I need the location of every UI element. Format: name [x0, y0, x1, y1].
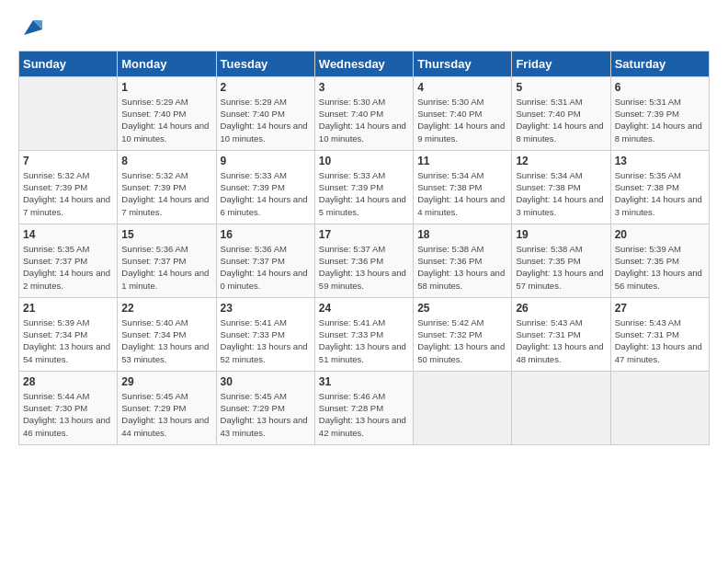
day-cell: 15Sunrise: 5:36 AM Sunset: 7:37 PM Dayli…: [118, 224, 216, 297]
day-cell: 1Sunrise: 5:29 AM Sunset: 7:40 PM Daylig…: [118, 76, 216, 150]
day-number: 19: [516, 228, 606, 241]
day-info: Sunrise: 5:38 AM Sunset: 7:35 PM Dayligh…: [516, 243, 606, 292]
day-number: 18: [417, 228, 507, 241]
day-number: 16: [221, 228, 311, 241]
logo-icon: [20, 18, 42, 37]
day-number: 23: [221, 302, 311, 315]
day-info: Sunrise: 5:42 AM Sunset: 7:32 PM Dayligh…: [417, 316, 507, 365]
day-info: Sunrise: 5:37 AM Sunset: 7:36 PM Dayligh…: [319, 243, 409, 292]
day-number: 1: [121, 81, 211, 94]
day-number: 29: [121, 375, 211, 388]
day-info: Sunrise: 5:45 AM Sunset: 7:29 PM Dayligh…: [221, 390, 311, 439]
day-number: 26: [516, 302, 606, 315]
day-cell: 25Sunrise: 5:42 AM Sunset: 7:32 PM Dayli…: [414, 297, 512, 371]
day-cell: [512, 371, 610, 444]
day-info: Sunrise: 5:43 AM Sunset: 7:31 PM Dayligh…: [615, 316, 705, 365]
day-cell: 22Sunrise: 5:40 AM Sunset: 7:34 PM Dayli…: [118, 297, 216, 371]
day-info: Sunrise: 5:33 AM Sunset: 7:39 PM Dayligh…: [319, 169, 409, 218]
day-number: 27: [615, 302, 705, 315]
day-cell: 10Sunrise: 5:33 AM Sunset: 7:39 PM Dayli…: [314, 150, 413, 224]
calendar-header: SundayMondayTuesdayWednesdayThursdayFrid…: [19, 51, 710, 76]
day-number: 25: [417, 302, 507, 315]
day-cell: 9Sunrise: 5:33 AM Sunset: 7:39 PM Daylig…: [216, 150, 314, 224]
header-cell-friday: Friday: [512, 51, 610, 76]
day-cell: 21Sunrise: 5:39 AM Sunset: 7:34 PM Dayli…: [19, 297, 118, 371]
day-cell: 20Sunrise: 5:39 AM Sunset: 7:35 PM Dayli…: [610, 224, 709, 297]
day-cell: 23Sunrise: 5:41 AM Sunset: 7:33 PM Dayli…: [216, 297, 314, 371]
header-cell-saturday: Saturday: [610, 51, 709, 76]
day-number: 12: [516, 155, 606, 167]
day-info: Sunrise: 5:38 AM Sunset: 7:36 PM Dayligh…: [417, 243, 507, 292]
calendar-table: SundayMondayTuesdayWednesdayThursdayFrid…: [18, 51, 710, 445]
day-info: Sunrise: 5:45 AM Sunset: 7:29 PM Dayligh…: [121, 390, 211, 439]
day-cell: 26Sunrise: 5:43 AM Sunset: 7:31 PM Dayli…: [512, 297, 610, 371]
calendar-body: 1Sunrise: 5:29 AM Sunset: 7:40 PM Daylig…: [19, 76, 710, 444]
day-cell: 17Sunrise: 5:37 AM Sunset: 7:36 PM Dayli…: [314, 224, 413, 297]
day-cell: 16Sunrise: 5:36 AM Sunset: 7:37 PM Dayli…: [216, 224, 314, 297]
day-cell: 28Sunrise: 5:44 AM Sunset: 7:30 PM Dayli…: [19, 371, 118, 444]
day-cell: 27Sunrise: 5:43 AM Sunset: 7:31 PM Dayli…: [610, 297, 709, 371]
week-row-1: 1Sunrise: 5:29 AM Sunset: 7:40 PM Daylig…: [19, 76, 710, 150]
day-cell: 7Sunrise: 5:32 AM Sunset: 7:39 PM Daylig…: [19, 150, 118, 224]
day-number: 28: [23, 375, 113, 388]
day-cell: 4Sunrise: 5:30 AM Sunset: 7:40 PM Daylig…: [414, 76, 512, 150]
day-info: Sunrise: 5:30 AM Sunset: 7:40 PM Dayligh…: [417, 96, 507, 144]
week-row-5: 28Sunrise: 5:44 AM Sunset: 7:30 PM Dayli…: [19, 371, 710, 444]
day-cell: 18Sunrise: 5:38 AM Sunset: 7:36 PM Dayli…: [414, 224, 512, 297]
day-number: 21: [23, 302, 113, 315]
day-number: 14: [23, 228, 113, 241]
day-number: 22: [121, 302, 211, 315]
day-number: 20: [615, 228, 705, 241]
day-cell: 30Sunrise: 5:45 AM Sunset: 7:29 PM Dayli…: [216, 371, 314, 444]
header-cell-sunday: Sunday: [19, 51, 118, 76]
day-cell: 5Sunrise: 5:31 AM Sunset: 7:40 PM Daylig…: [512, 76, 610, 150]
day-cell: [414, 371, 512, 444]
header-cell-thursday: Thursday: [414, 51, 512, 76]
day-number: 2: [221, 81, 311, 94]
day-cell: 2Sunrise: 5:29 AM Sunset: 7:40 PM Daylig…: [216, 76, 314, 150]
header-cell-tuesday: Tuesday: [216, 51, 314, 76]
day-info: Sunrise: 5:46 AM Sunset: 7:28 PM Dayligh…: [319, 390, 409, 439]
day-cell: 11Sunrise: 5:34 AM Sunset: 7:38 PM Dayli…: [414, 150, 512, 224]
header: [18, 18, 710, 41]
week-row-3: 14Sunrise: 5:35 AM Sunset: 7:37 PM Dayli…: [19, 224, 710, 297]
day-info: Sunrise: 5:39 AM Sunset: 7:35 PM Dayligh…: [615, 243, 705, 292]
day-info: Sunrise: 5:34 AM Sunset: 7:38 PM Dayligh…: [417, 169, 507, 218]
day-cell: [610, 371, 709, 444]
header-cell-monday: Monday: [118, 51, 216, 76]
day-info: Sunrise: 5:41 AM Sunset: 7:33 PM Dayligh…: [319, 316, 409, 365]
day-cell: [19, 76, 118, 150]
day-info: Sunrise: 5:32 AM Sunset: 7:39 PM Dayligh…: [121, 169, 211, 218]
day-number: 6: [615, 81, 705, 94]
day-number: 8: [121, 155, 211, 167]
day-number: 15: [121, 228, 211, 241]
day-cell: 3Sunrise: 5:30 AM Sunset: 7:40 PM Daylig…: [314, 76, 413, 150]
day-number: 3: [319, 81, 409, 94]
day-info: Sunrise: 5:29 AM Sunset: 7:40 PM Dayligh…: [221, 96, 311, 144]
day-info: Sunrise: 5:31 AM Sunset: 7:40 PM Dayligh…: [516, 96, 606, 144]
day-info: Sunrise: 5:35 AM Sunset: 7:37 PM Dayligh…: [23, 243, 113, 292]
day-cell: 29Sunrise: 5:45 AM Sunset: 7:29 PM Dayli…: [118, 371, 216, 444]
day-cell: 14Sunrise: 5:35 AM Sunset: 7:37 PM Dayli…: [19, 224, 118, 297]
day-info: Sunrise: 5:39 AM Sunset: 7:34 PM Dayligh…: [23, 316, 113, 365]
day-number: 10: [319, 155, 409, 167]
week-row-2: 7Sunrise: 5:32 AM Sunset: 7:39 PM Daylig…: [19, 150, 710, 224]
day-number: 9: [221, 155, 311, 167]
day-number: 13: [615, 155, 705, 167]
day-info: Sunrise: 5:32 AM Sunset: 7:39 PM Dayligh…: [23, 169, 113, 218]
logo: [18, 18, 40, 41]
day-info: Sunrise: 5:43 AM Sunset: 7:31 PM Dayligh…: [516, 316, 606, 365]
day-cell: 31Sunrise: 5:46 AM Sunset: 7:28 PM Dayli…: [314, 371, 413, 444]
day-number: 17: [319, 228, 409, 241]
day-number: 11: [417, 155, 507, 167]
week-row-4: 21Sunrise: 5:39 AM Sunset: 7:34 PM Dayli…: [19, 297, 710, 371]
day-info: Sunrise: 5:31 AM Sunset: 7:39 PM Dayligh…: [615, 96, 705, 144]
day-cell: 8Sunrise: 5:32 AM Sunset: 7:39 PM Daylig…: [118, 150, 216, 224]
day-info: Sunrise: 5:36 AM Sunset: 7:37 PM Dayligh…: [221, 243, 311, 292]
day-info: Sunrise: 5:35 AM Sunset: 7:38 PM Dayligh…: [615, 169, 705, 218]
day-number: 4: [417, 81, 507, 94]
day-info: Sunrise: 5:36 AM Sunset: 7:37 PM Dayligh…: [121, 243, 211, 292]
day-cell: 13Sunrise: 5:35 AM Sunset: 7:38 PM Dayli…: [610, 150, 709, 224]
day-number: 24: [319, 302, 409, 315]
day-info: Sunrise: 5:41 AM Sunset: 7:33 PM Dayligh…: [221, 316, 311, 365]
